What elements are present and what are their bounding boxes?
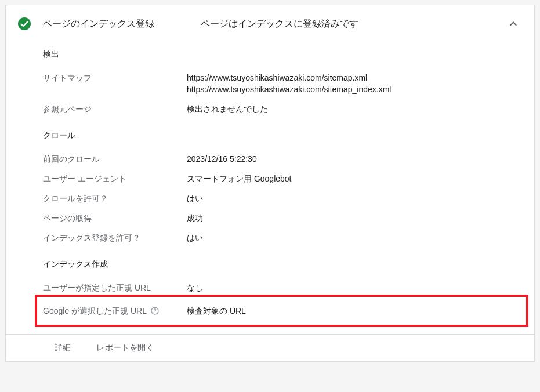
value-index-allowed: はい <box>187 232 520 244</box>
card-footer: 詳細 レポートを開く <box>6 334 534 361</box>
row-page-fetch: ページの取得 成功 <box>43 208 520 228</box>
label-crawl-allowed: クロールを許可？ <box>43 193 187 204</box>
row-user-agent: ユーザー エージェント スマートフォン用 Googlebot <box>43 169 520 188</box>
row-index-allowed: インデックス登録を許可？ はい <box>43 228 520 248</box>
value-user-agent: スマートフォン用 Googlebot <box>187 173 520 184</box>
index-status-card: ページのインデックス登録 ページはインデックスに登録済みです 検出 サイトマップ… <box>5 5 535 362</box>
chevron-up-icon <box>506 17 520 31</box>
value-crawl-allowed: はい <box>187 193 520 204</box>
label-user-agent: ユーザー エージェント <box>43 173 187 184</box>
label-index-allowed: インデックス登録を許可？ <box>43 232 187 244</box>
svg-point-0 <box>18 17 31 30</box>
label-page-fetch: ページの取得 <box>43 212 187 224</box>
help-icon[interactable] <box>150 306 160 315</box>
value-referrer: 検出されませんでした <box>187 103 520 115</box>
row-google-canonical: Google が選択した正規 URL 検査対象の URL <box>43 305 520 317</box>
row-crawl-allowed: クロールを許可？ はい <box>43 188 520 208</box>
value-google-canonical: 検査対象の URL <box>187 305 520 317</box>
value-sitemap: https://www.tsuyoshikashiwazaki.com/site… <box>187 72 520 95</box>
label-referrer: 参照元ページ <box>43 103 187 115</box>
label-sitemap: サイトマップ <box>43 72 187 84</box>
open-report-link[interactable]: レポートを開く <box>96 343 154 353</box>
row-sitemap: サイトマップ https://www.tsuyoshikashiwazaki.c… <box>43 68 520 99</box>
label-google-canonical: Google が選択した正規 URL <box>43 305 187 317</box>
check-circle-icon <box>17 17 31 31</box>
card-content: 検出 サイトマップ https://www.tsuyoshikashiwazak… <box>6 42 534 334</box>
label-last-crawl: 前回のクロール <box>43 153 187 165</box>
sitemap-url-2: https://www.tsuyoshikashiwazaki.com/site… <box>187 84 520 95</box>
card-title: ページのインデックス登録 <box>43 18 201 30</box>
value-page-fetch: 成功 <box>187 212 520 224</box>
card-status: ページはインデックスに登録済みです <box>201 18 506 30</box>
highlight-box: Google が選択した正規 URL 検査対象の URL <box>35 295 528 327</box>
row-last-crawl: 前回のクロール 2023/12/16 5:22:30 <box>43 149 520 169</box>
row-user-canonical: ユーザーが指定した正規 URL なし <box>43 278 520 293</box>
section-discovery-title: 検出 <box>43 42 520 68</box>
section-indexing-title: インデックス作成 <box>43 252 520 278</box>
value-last-crawl: 2023/12/16 5:22:30 <box>187 153 520 165</box>
row-referrer: 参照元ページ 検出されませんでした <box>43 99 520 119</box>
details-link[interactable]: 詳細 <box>55 343 71 353</box>
card-header[interactable]: ページのインデックス登録 ページはインデックスに登録済みです <box>6 5 534 42</box>
svg-point-2 <box>154 313 155 313</box>
value-user-canonical: なし <box>187 282 520 293</box>
sitemap-url-1: https://www.tsuyoshikashiwazaki.com/site… <box>187 72 520 84</box>
section-crawl-title: クロール <box>43 124 520 149</box>
label-user-canonical: ユーザーが指定した正規 URL <box>43 282 187 293</box>
